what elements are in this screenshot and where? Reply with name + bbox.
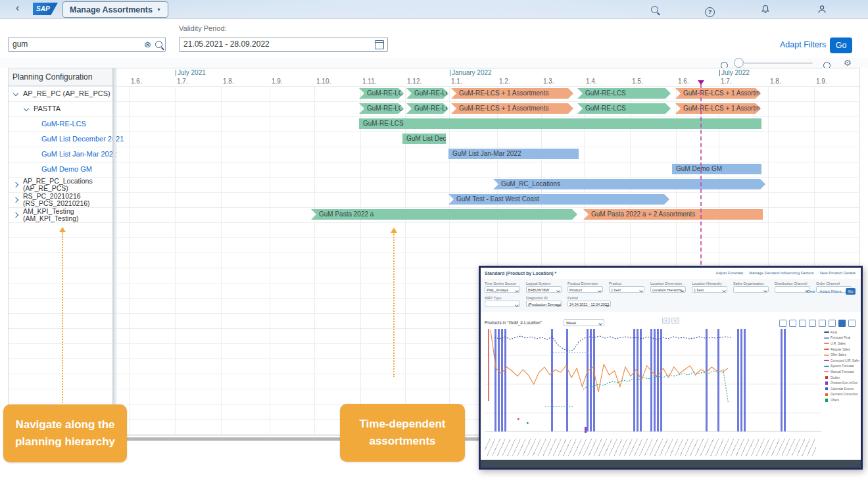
- go-button[interactable]: Go: [830, 37, 852, 53]
- inset-filter-select[interactable]: BABUW7BW: [526, 286, 562, 293]
- calendar-event-bar: [501, 329, 503, 431]
- inset-filter-select[interactable]: [733, 286, 769, 293]
- legend-item[interactable]: Corrected U.R. Sales: [824, 358, 859, 364]
- inset-filter-label: Product Dimension: [567, 282, 603, 285]
- inset-filter-select[interactable]: 24.04.2021 - 12.04.2022: [567, 301, 611, 307]
- inset-go-button[interactable]: Go: [846, 288, 856, 295]
- callout-text-line: assortments: [340, 433, 465, 450]
- inset-filter-select[interactable]: 1 Item: [692, 286, 727, 293]
- gantt-bar[interactable]: GuM Test - East West Coast: [448, 194, 669, 205]
- gantt-bar[interactable]: GuM-RE-LCS + 1 Assortments: [451, 88, 573, 99]
- inset-pager-button[interactable]: ‹: [662, 318, 670, 324]
- search-icon[interactable]: [155, 41, 162, 48]
- inset-filter-label: Period: [567, 296, 604, 300]
- calendar-event-bar: [650, 329, 652, 431]
- inset-toolbar-icon-0[interactable]: [779, 320, 786, 327]
- series-orange-sales: [491, 330, 728, 392]
- inset-filter-label: Location Hierarchy: [692, 282, 727, 285]
- back-button[interactable]: ‹: [16, 2, 19, 14]
- legend-item[interactable]: U.R. Sales: [824, 341, 859, 347]
- gantt-bar[interactable]: GuM-RE-LCS: [577, 88, 671, 99]
- series-navy-dotted-forecast: [494, 336, 731, 351]
- callout-planning-hierarchy: Navigate along theplanning hierarchy: [3, 404, 127, 462]
- legend-item[interactable]: Forecast Final: [824, 335, 859, 341]
- inset-clear-link[interactable]: Clear: [806, 289, 815, 293]
- inset-header-link[interactable]: New Product Details: [820, 271, 856, 275]
- zoom-slider-track[interactable]: [742, 62, 813, 64]
- sap-logo: SAP: [33, 3, 58, 15]
- user-avatar-icon[interactable]: [817, 5, 827, 14]
- inset-toolbar-icon-3[interactable]: [809, 320, 816, 327]
- gantt-bar[interactable]: GuM Pasta 2022 a: [311, 209, 577, 220]
- gantt-bar[interactable]: GuM-RE-LCS + 1 Assortments: [451, 103, 573, 114]
- legend-item[interactable]: Product Run-In/Out: [824, 380, 859, 386]
- legend-item[interactable]: Regular Sales: [824, 347, 859, 353]
- legend-label: Final: [831, 331, 837, 334]
- gantt-bar[interactable]: GuM-RE-LCS + 1 Assortments: [675, 88, 761, 99]
- gantt-bar[interactable]: GuM_RC_Locations: [493, 179, 765, 189]
- legend-marker: [825, 376, 829, 380]
- gantt-bar[interactable]: GuM List Jan-Mar 2022: [448, 149, 579, 159]
- gantt-bar[interactable]: GuM Pasta 2022 a + 2 Assortments: [583, 209, 763, 220]
- inset-filter-select[interactable]: [775, 286, 810, 293]
- inset-adapt-filters-link[interactable]: Adapt Filters: [819, 289, 842, 293]
- inset-toolbar-icon-1[interactable]: [789, 320, 796, 327]
- inset-header-link[interactable]: Manage Demand Influencing Factors: [749, 271, 813, 275]
- calendar-event-bar: [633, 329, 635, 431]
- inset-filter-time-series-source: Time Series SourcePWL_Fridays: [485, 282, 520, 293]
- inset-filter-label: Product: [609, 282, 644, 285]
- inset-filter-label: MRP Type: [485, 296, 520, 300]
- inset-pager-button[interactable]: ›: [671, 318, 679, 324]
- legend-item[interactable]: Final: [824, 330, 859, 335]
- gantt-bar[interactable]: GuM Demo GM: [672, 164, 761, 174]
- clear-search-icon[interactable]: ⊗: [144, 39, 151, 50]
- legend-label: Outlier: [831, 376, 840, 380]
- inset-toolbar-icon-5[interactable]: [829, 320, 836, 327]
- inset-header-link[interactable]: Adjust Forecast: [716, 271, 744, 275]
- calendar-icon[interactable]: [375, 40, 384, 49]
- legend-item[interactable]: Calendar Events: [824, 386, 859, 392]
- inset-page-title: Standard (Product by Location) *: [485, 271, 556, 276]
- notifications-bell-icon[interactable]: [761, 5, 771, 14]
- gantt-bar[interactable]: GuM-RE-LCS + 1 Assortments: [675, 103, 761, 114]
- gantt-bar[interactable]: GuM-RE-LCS: [359, 88, 404, 99]
- inset-filter-select[interactable]: Product: [567, 286, 603, 293]
- validity-period-value: 21.05.2021 - 28.09.2022: [183, 39, 270, 49]
- gantt-bar[interactable]: GuM-RE-LC...: [406, 103, 448, 114]
- legend-item[interactable]: Manual Forecast: [824, 369, 859, 375]
- gantt-bar[interactable]: GuM-RE-LC...: [406, 88, 448, 99]
- legend-item[interactable]: Demand Correction: [824, 392, 859, 398]
- inset-filter-select[interactable]: (Production Demand): [526, 301, 562, 307]
- inset-filter-select[interactable]: Location Hierarchy: [650, 286, 686, 293]
- inset-toolbar-icon-7[interactable]: [848, 320, 856, 327]
- callout-arrow: [393, 232, 395, 377]
- gantt-settings-gear-icon[interactable]: ⚙: [844, 59, 852, 67]
- legend-item[interactable]: Offers: [824, 397, 859, 403]
- legend-item[interactable]: System Forecast: [824, 364, 859, 370]
- inset-filter-select[interactable]: [485, 301, 520, 307]
- inset-filter-label: Sales Organization: [733, 282, 769, 285]
- inset-toolbar-icon-2[interactable]: [799, 320, 806, 327]
- legend-label: System Forecast: [831, 364, 854, 368]
- app-title-menu[interactable]: Manage Assortments▼: [62, 1, 168, 18]
- inset-filter-select[interactable]: PWL_Fridays: [485, 286, 520, 293]
- help-icon[interactable]: ?: [705, 5, 715, 14]
- inset-filter-label: Order Channel: [816, 282, 852, 285]
- gantt-bar[interactable]: GuM-RE-LCS: [577, 103, 671, 114]
- gantt-bar[interactable]: GuM List Dece...: [402, 134, 446, 144]
- inset-period-select[interactable]: Week: [564, 319, 604, 326]
- app-title-label: Manage Assortments: [70, 5, 153, 14]
- gantt-bar[interactable]: GuM-RE-LCS: [359, 103, 404, 114]
- adapt-filters-link[interactable]: Adapt Filters: [780, 40, 826, 49]
- inset-toolbar-icon-4[interactable]: [819, 320, 826, 327]
- calendar-event-bar: [590, 329, 592, 431]
- legend-marker: [824, 337, 829, 339]
- inset-filter-select[interactable]: 1 Item: [609, 286, 644, 293]
- shell-search-icon[interactable]: [650, 5, 660, 14]
- legend-item[interactable]: Offer Sales: [824, 352, 859, 358]
- legend-label: Offers: [831, 399, 839, 402]
- validity-period-input[interactable]: 21.05.2021 - 28.09.2022: [179, 37, 388, 52]
- legend-item[interactable]: Outlier: [824, 375, 859, 381]
- search-input[interactable]: gum ⊗: [8, 37, 166, 52]
- inset-toolbar-icon-chart-active[interactable]: [838, 320, 846, 327]
